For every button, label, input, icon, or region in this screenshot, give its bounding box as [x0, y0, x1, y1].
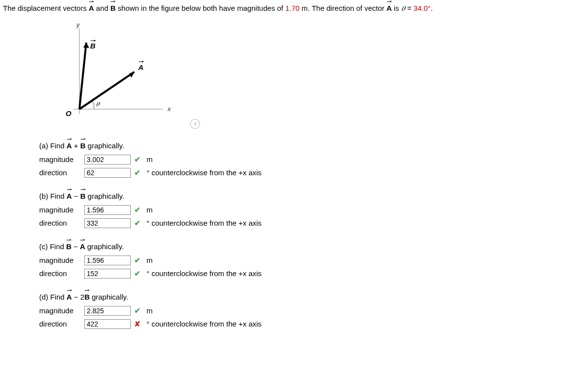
check-icon: ✔: [134, 218, 141, 228]
magnitude-label: magnitude: [39, 304, 84, 317]
unit-m: m: [144, 203, 265, 216]
check-icon: ✔: [134, 154, 141, 164]
svg-line-6: [79, 72, 134, 109]
svg-text:B: B: [90, 42, 96, 50]
svg-text:O: O: [66, 109, 72, 117]
unit-m: m: [144, 304, 265, 317]
part-b-magnitude-input[interactable]: [84, 205, 131, 215]
direction-label: direction: [39, 166, 84, 179]
problem-statement: The displacement vectors ⇀A and ⇀B shown…: [3, 3, 585, 13]
svg-marker-12: [83, 43, 89, 48]
direction-label: direction: [39, 317, 84, 330]
unit-angle: ° counterclockwise from the +x axis: [144, 166, 265, 179]
part-d-magnitude-input[interactable]: [84, 306, 131, 316]
magnitude-label: magnitude: [39, 203, 84, 216]
svg-text:𝜃: 𝜃: [96, 100, 100, 108]
check-icon: ✔: [134, 305, 141, 316]
part-b-direction-input[interactable]: [84, 218, 131, 228]
check-icon: ✔: [134, 268, 141, 279]
part-a: (a) Find ⇀A + ⇀B graphically. magnitude …: [39, 140, 585, 179]
part-d-title: (d) Find ⇀A − 2⇀B graphically.: [39, 292, 585, 302]
svg-marker-10: [142, 61, 144, 63]
part-d-direction-input[interactable]: [84, 319, 131, 329]
part-b-title: (b) Find ⇀A − ⇀B graphically.: [39, 191, 585, 201]
unit-angle: ° counterclockwise from the +x axis: [144, 267, 265, 280]
part-a-magnitude-input[interactable]: [84, 155, 131, 164]
unit-m: m: [144, 153, 265, 166]
check-icon: ✔: [134, 205, 141, 215]
svg-line-11: [79, 43, 86, 109]
part-c-direction-input[interactable]: [84, 269, 131, 279]
cross-icon: ✘: [134, 319, 141, 329]
direction-label: direction: [39, 216, 84, 230]
unit-m: m: [144, 254, 265, 267]
part-a-title: (a) Find ⇀A + ⇀B graphically.: [39, 140, 585, 151]
part-c-title: (c) Find ⇀B − ⇀A graphically.: [39, 241, 585, 252]
unit-angle: ° counterclockwise from the +x axis: [144, 317, 265, 330]
magnitude-label: magnitude: [39, 153, 84, 166]
part-d: (d) Find ⇀A − 2⇀B graphically. magnitude…: [39, 292, 585, 330]
vector-diagram: x y O 𝜃 A B i: [47, 23, 585, 129]
magnitude-label: magnitude: [39, 254, 84, 267]
svg-text:A: A: [138, 63, 144, 71]
unit-angle: ° counterclockwise from the +x axis: [144, 216, 265, 230]
part-c-magnitude-input[interactable]: [84, 256, 131, 265]
info-icon[interactable]: i: [190, 119, 200, 129]
svg-text:y: y: [76, 23, 80, 28]
svg-marker-7: [129, 72, 134, 78]
part-c: (c) Find ⇀B − ⇀A graphically. magnitude …: [39, 241, 585, 280]
svg-text:x: x: [167, 105, 171, 113]
check-icon: ✔: [134, 167, 141, 178]
direction-label: direction: [39, 267, 84, 280]
part-a-direction-input[interactable]: [84, 168, 131, 178]
check-icon: ✔: [134, 255, 141, 265]
part-b: (b) Find ⇀A − ⇀B graphically. magnitude …: [39, 191, 585, 230]
